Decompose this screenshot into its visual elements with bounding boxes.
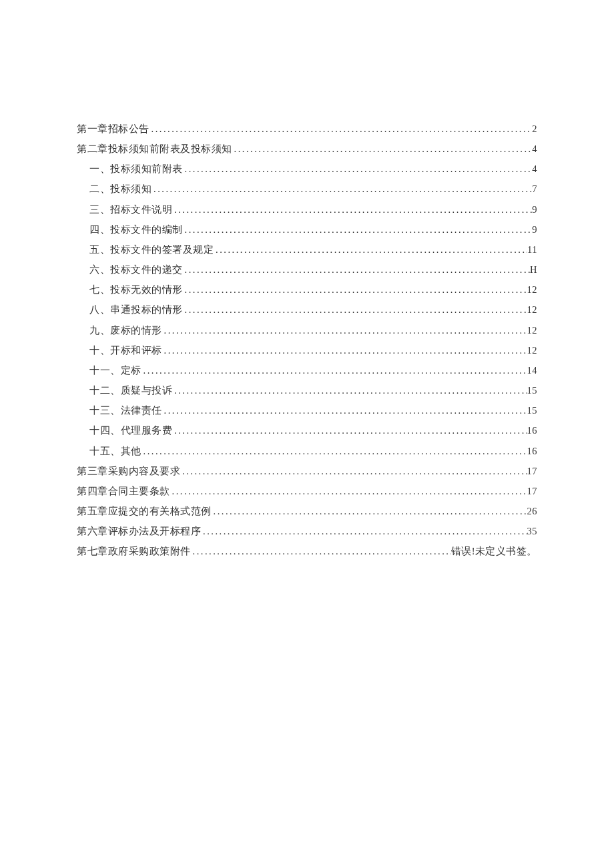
toc-entry: 第六章评标办法及开标程序35 [77,521,537,541]
toc-title: 第七章政府采购政策附件 [77,541,191,561]
toc-title: 第一章招标公告 [77,119,149,139]
toc-dots [141,360,527,380]
toc-page: 2 [532,119,537,139]
toc-dots [162,340,527,360]
toc-dots [172,380,527,400]
toc-page: 9 [532,199,537,220]
toc-title: 第二章投标须知前附表及投标须知 [77,139,232,159]
toc-entry: 十五、其他16 [77,441,537,461]
toc-page: 14 [527,360,538,380]
toc-entry: 第四章合同主要条款17 [77,481,537,501]
toc-dots [183,300,527,320]
toc-entry: 四、投标文件的编制9 [77,220,537,240]
toc-page: 16 [527,441,538,461]
toc-entry: 二、投标须知7 [77,179,537,199]
toc-page: 12 [527,280,538,300]
toc-dots [149,119,533,139]
toc-title: 十五、其他 [89,441,141,461]
toc-entry: 十二、质疑与投诉15 [77,380,537,400]
toc-page: H [530,260,537,280]
toc-title: 二、投标须知 [89,179,151,199]
toc-dots [162,320,527,340]
toc-page: 错误!未定义书签。 [451,541,537,561]
toc-entry: 八、串通投标的情形12 [77,300,537,320]
toc-page: 4 [532,139,537,159]
toc-entry: 十三、法律责任15 [77,400,537,420]
toc-entry: 九、废标的情形12 [77,320,537,340]
toc-entry: 第一章招标公告2 [77,119,537,139]
toc-entry: 十四、代理服务费16 [77,420,537,440]
toc-title: 四、投标文件的编制 [89,220,183,240]
toc-title: 十四、代理服务费 [89,420,172,440]
toc-dots [183,280,527,300]
toc-container: 第一章招标公告2第二章投标须知前附表及投标须知4一、投标须知前附表4二、投标须知… [0,0,614,561]
toc-dots [214,240,527,260]
toc-dots [183,220,533,240]
toc-page: 7 [532,179,537,199]
toc-dots [232,139,533,159]
toc-title: 第三章采购内容及要求 [77,461,180,481]
toc-title: 第四章合同主要条款 [77,481,170,501]
toc-title: 八、串通投标的情形 [89,300,183,320]
toc-entry: 三、招标文件说明9 [77,199,537,220]
toc-title: 三、招标文件说明 [89,199,172,220]
toc-entry: 七、投标无效的情形12 [77,280,537,300]
toc-dots [170,481,527,501]
toc-entry: 十一、定标14 [77,360,537,380]
toc-dots [201,521,527,541]
toc-dots [172,199,532,220]
toc-title: 十、开标和评标 [89,340,162,360]
toc-entry: 第五章应提交的有关格式范例26 [77,501,537,521]
toc-dots [162,400,527,420]
toc-entry: 第三章采购内容及要求17 [77,461,537,481]
toc-dots [183,159,533,179]
toc-dots [212,501,527,521]
toc-page: 16 [527,420,538,440]
toc-title: 六、投标文件的递交 [89,260,183,280]
toc-title: 七、投标无效的情形 [89,280,183,300]
toc-dots [191,541,451,561]
toc-entry: 五、投标文件的签署及规定11 [77,240,537,260]
toc-dots [141,441,527,461]
toc-dots [151,179,532,199]
toc-page: 15 [527,400,538,420]
toc-title: 十二、质疑与投诉 [89,380,172,400]
toc-title: 五、投标文件的签署及规定 [89,240,214,260]
toc-dots [180,461,527,481]
toc-page: 17 [527,461,538,481]
toc-page: 17 [527,481,538,501]
toc-page: 12 [527,300,538,320]
toc-page: 4 [532,159,537,179]
toc-page: 11 [527,240,537,260]
toc-entry: 十、开标和评标12 [77,340,537,360]
toc-entry: 六、投标文件的递交H [77,260,537,280]
toc-dots [183,260,531,280]
toc-dots [172,420,527,440]
toc-page: 26 [527,501,538,521]
toc-title: 一、投标须知前附表 [89,159,183,179]
toc-page: 9 [532,220,537,240]
toc-title: 十三、法律责任 [89,400,162,420]
toc-page: 12 [527,320,538,340]
toc-page: 12 [527,340,538,360]
toc-title: 十一、定标 [89,360,141,380]
toc-entry: 一、投标须知前附表4 [77,159,537,179]
toc-entry: 第二章投标须知前附表及投标须知4 [77,139,537,159]
toc-entry: 第七章政府采购政策附件错误!未定义书签。 [77,541,537,561]
toc-page: 35 [527,521,538,541]
toc-title: 第六章评标办法及开标程序 [77,521,201,541]
toc-page: 15 [527,380,538,400]
toc-title: 九、废标的情形 [89,320,162,340]
toc-title: 第五章应提交的有关格式范例 [77,501,212,521]
